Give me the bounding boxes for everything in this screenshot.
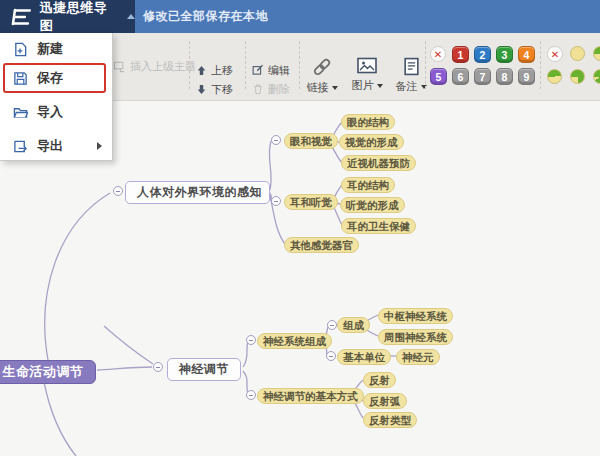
menu-item-export-label: 导出 bbox=[37, 137, 63, 155]
mindmap-node-vision-formation[interactable]: 视觉的形成 bbox=[339, 134, 404, 150]
app-window: 生命活动调节人体对外界环境的感知神经调节眼和视觉眼的结构视觉的形成近视机器预防耳… bbox=[0, 0, 600, 456]
progress-clear-button[interactable]: ✕ bbox=[547, 46, 563, 62]
image-caret-icon bbox=[377, 84, 383, 88]
collapse-button-basic-unit[interactable] bbox=[326, 351, 336, 361]
edge-root-neural-arc bbox=[104, 326, 153, 364]
mindmap-node-regulation-mode[interactable]: 神经调节的基本方式 bbox=[257, 388, 364, 404]
mindmap-node-ear-hearing[interactable]: 耳和听觉 bbox=[284, 194, 338, 210]
menu-open-arrow-icon bbox=[127, 14, 135, 19]
toolbar-separator bbox=[299, 41, 300, 89]
toolbar-separator bbox=[189, 41, 190, 89]
collapse-button-regulation-mode[interactable] bbox=[246, 390, 256, 400]
link-label: 链接 bbox=[307, 80, 329, 95]
collapse-button-composition[interactable] bbox=[327, 320, 337, 330]
menu-item-export[interactable]: 导出 bbox=[0, 132, 112, 160]
priority-badge-6[interactable]: 6 bbox=[452, 68, 469, 85]
priority-badge-4[interactable]: 4 bbox=[518, 46, 535, 63]
save-icon bbox=[13, 71, 28, 86]
collapse-button-nervous-system[interactable] bbox=[246, 335, 256, 345]
move-down-button[interactable]: 下移 bbox=[196, 81, 233, 97]
edit-label: 编辑 bbox=[268, 63, 290, 78]
delete-label: 删除 bbox=[268, 82, 290, 97]
app-logo-icon bbox=[8, 7, 35, 27]
mindmap-node-reflex-type[interactable]: 反射类型 bbox=[363, 412, 417, 428]
move-down-label: 下移 bbox=[211, 82, 233, 97]
image-button[interactable]: 图片 bbox=[348, 57, 386, 93]
priority-badge-5[interactable]: 5 bbox=[430, 68, 447, 85]
move-up-button[interactable]: 上移 bbox=[196, 62, 233, 78]
edit-button[interactable]: 编辑 bbox=[252, 62, 290, 78]
edit-icon bbox=[252, 64, 264, 76]
collapse-button-neural-regulation[interactable] bbox=[153, 362, 163, 372]
new-file-icon bbox=[13, 42, 28, 57]
insert-parent-topic-button: 插入上级主题 bbox=[113, 59, 196, 74]
progress-icon-50[interactable] bbox=[547, 69, 562, 84]
file-menu: 新建 保存 导入 导出 bbox=[0, 33, 113, 161]
menu-item-new[interactable]: 新建 bbox=[0, 35, 112, 63]
mindmap-node-eye-vision[interactable]: 眼和视觉 bbox=[284, 133, 338, 149]
menu-item-import[interactable]: 导入 bbox=[0, 98, 112, 126]
priority-badge-2[interactable]: 2 bbox=[474, 46, 491, 63]
mindmap-node-composition[interactable]: 组成 bbox=[337, 317, 370, 333]
mindmap-node-myopia-prevention[interactable]: 近视机器预防 bbox=[341, 155, 416, 171]
insert-parent-icon bbox=[113, 60, 126, 73]
menu-item-save-label: 保存 bbox=[37, 69, 63, 87]
edge-neural-system bbox=[243, 341, 248, 367]
mindmap-node-eye-structure[interactable]: 眼的结构 bbox=[341, 114, 395, 130]
mindmap-node-ear-health[interactable]: 耳的卫生保健 bbox=[341, 218, 416, 234]
progress-icon-90[interactable] bbox=[593, 69, 600, 84]
arrow-up-icon bbox=[196, 65, 207, 76]
move-group: 上移 下移 bbox=[196, 62, 233, 97]
note-label: 备注 bbox=[396, 79, 418, 94]
mindmap-node-root[interactable]: 生命活动调节 bbox=[0, 360, 96, 384]
edge-root-perception bbox=[45, 193, 110, 360]
mindmap-node-nervous-system[interactable]: 神经系统组成 bbox=[257, 333, 332, 349]
collapse-button-eye-vision[interactable] bbox=[271, 135, 281, 145]
delete-button: 删除 bbox=[252, 81, 290, 97]
mindmap-node-cns[interactable]: 中枢神经系统 bbox=[378, 308, 453, 324]
toolbar-separator bbox=[425, 41, 426, 89]
note-icon bbox=[403, 57, 420, 76]
menu-item-new-label: 新建 bbox=[37, 40, 63, 58]
import-folder-icon bbox=[13, 105, 28, 120]
mindmap-node-neuron[interactable]: 神经元 bbox=[396, 349, 440, 365]
titlebar: 修改已全部保存在本地 迅捷思维导图 bbox=[0, 0, 600, 33]
mindmap-node-perception[interactable]: 人体对外界环境的感知 bbox=[125, 181, 270, 204]
priority-badge-9[interactable]: 9 bbox=[518, 68, 535, 85]
save-status-text: 修改已全部保存在本地 bbox=[143, 0, 268, 33]
toolbar-separator bbox=[245, 41, 246, 89]
collapse-button-perception[interactable] bbox=[113, 186, 123, 196]
priority-badges: ✕123456789 bbox=[430, 46, 535, 85]
mindmap-node-pns[interactable]: 周围神经系统 bbox=[378, 329, 453, 345]
progress-icon-25[interactable] bbox=[593, 46, 600, 61]
progress-icons: ✕ bbox=[547, 46, 600, 85]
trash-icon bbox=[252, 83, 264, 95]
priority-badge-3[interactable]: 3 bbox=[496, 46, 513, 63]
mindmap-node-hearing-formation[interactable]: 听觉的形成 bbox=[340, 197, 405, 213]
edge-root-neural bbox=[97, 367, 152, 370]
app-title: 迅捷思维导图 bbox=[40, 0, 120, 35]
image-icon bbox=[357, 57, 377, 75]
priority-badge-1[interactable]: 1 bbox=[452, 46, 469, 63]
insert-parent-label: 插入上级主题 bbox=[130, 59, 196, 74]
priority-badge-8[interactable]: 8 bbox=[496, 68, 513, 85]
mindmap-node-basic-unit[interactable]: 基本单位 bbox=[337, 349, 391, 365]
mindmap-node-other-senses[interactable]: 其他感觉器官 bbox=[284, 237, 359, 253]
priority-clear-button[interactable]: ✕ bbox=[430, 46, 446, 62]
mindmap-node-neural-regulation[interactable]: 神经调节 bbox=[167, 358, 241, 381]
mindmap-node-reflex-arc[interactable]: 反射弧 bbox=[363, 393, 407, 409]
progress-icon-0[interactable] bbox=[570, 46, 585, 61]
menu-item-save[interactable]: 保存 bbox=[0, 64, 112, 92]
link-button[interactable]: 链接 bbox=[303, 57, 341, 95]
menu-item-import-label: 导入 bbox=[37, 103, 63, 121]
mindmap-node-reflex[interactable]: 反射 bbox=[363, 372, 396, 388]
mindmap-node-ear-structure[interactable]: 耳的结构 bbox=[341, 177, 395, 193]
edge-perception-eye bbox=[269, 141, 271, 190]
app-menu-button[interactable]: 迅捷思维导图 bbox=[0, 0, 135, 33]
priority-badge-7[interactable]: 7 bbox=[474, 68, 491, 85]
export-icon bbox=[13, 139, 28, 154]
progress-icon-75[interactable] bbox=[570, 69, 585, 84]
collapse-button-ear-hearing[interactable] bbox=[271, 196, 281, 206]
submenu-arrow-icon bbox=[97, 142, 102, 150]
image-label: 图片 bbox=[352, 78, 374, 93]
